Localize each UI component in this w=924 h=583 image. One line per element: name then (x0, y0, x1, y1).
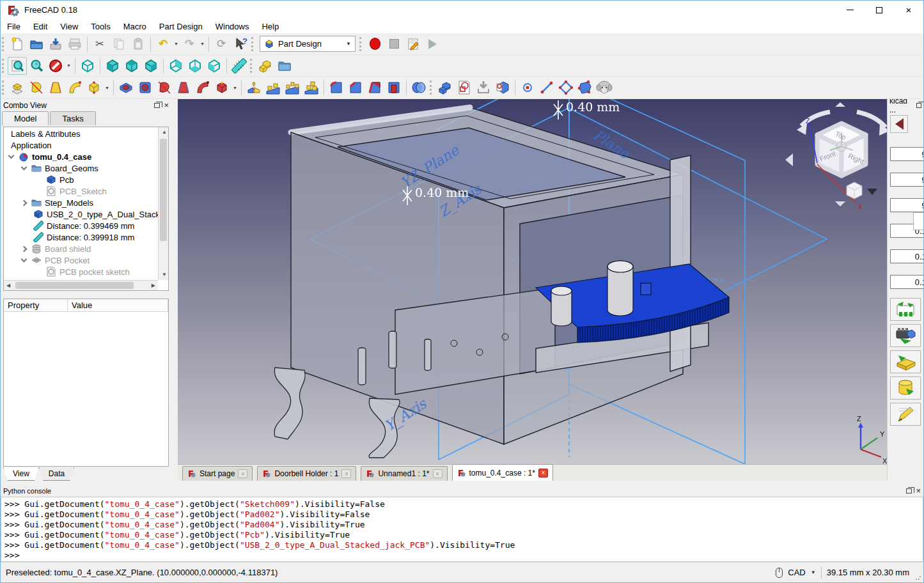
tree-horizontal-scrollbar[interactable]: ◀ ▶ (4, 280, 158, 290)
resize-grip[interactable] (915, 574, 921, 580)
float-panel-icon[interactable] (906, 488, 912, 494)
kicad-back-button[interactable] (890, 115, 908, 133)
rotation-z-field[interactable]: 90 (890, 198, 923, 212)
undo-button[interactable]: ↶ (153, 35, 173, 53)
expander-icon[interactable] (21, 256, 27, 263)
value-column-header[interactable]: Value (68, 299, 168, 311)
tree-item-distance-2[interactable]: Distance: 0.399918 mm (4, 231, 158, 243)
sketch-point-button[interactable] (518, 79, 537, 97)
menu-part-design[interactable]: Part Design (153, 19, 209, 33)
toolbar-grip[interactable] (359, 37, 363, 51)
fit-all-button[interactable] (8, 57, 27, 75)
menu-help[interactable]: Help (255, 19, 285, 33)
kicad-edit-button[interactable] (890, 403, 921, 426)
float-panel-icon[interactable] (916, 103, 921, 108)
measure-button[interactable] (230, 57, 249, 75)
map-sketch-button[interactable] (493, 79, 512, 97)
sheep-button[interactable] (595, 79, 614, 97)
menu-macro[interactable]: Macro (117, 19, 153, 33)
tree-item-distance-1[interactable]: Distance: 0.399469 mm (4, 220, 158, 231)
macro-run-button[interactable] (423, 35, 442, 53)
view-rear-button[interactable] (166, 57, 185, 75)
close-panel-icon[interactable]: × (164, 101, 169, 109)
expander-icon[interactable] (21, 199, 27, 206)
toolbar-grip[interactable] (251, 37, 254, 51)
macro-record-button[interactable] (365, 35, 384, 53)
right-frame[interactable] (670, 155, 691, 371)
nav-style-dropdown-icon[interactable]: ▼ (811, 570, 816, 575)
3d-viewport[interactable]: YZ_Plane Z_Axis Y_Axis Plane 0.40 mm 0.4… (178, 99, 888, 464)
toolbar-grip[interactable] (2, 81, 5, 95)
scroll-down-icon[interactable]: ▼ (162, 270, 167, 280)
tree-item-pcb-pocket[interactable]: PCB Pocket (4, 254, 158, 266)
multitransform-button[interactable] (302, 79, 321, 97)
scroll-right-icon[interactable]: ▶ (152, 281, 155, 291)
mdi-tab-start-page[interactable]: Start page × (182, 466, 253, 481)
revolution-button[interactable] (27, 79, 46, 97)
mdi-tab-unnamed1[interactable]: Unnamed1 : 1* × (361, 466, 447, 481)
new-file-button[interactable] (8, 35, 27, 53)
body-button[interactable] (435, 79, 455, 97)
create-body-button[interactable] (256, 57, 275, 75)
nav-mini-cube[interactable] (847, 182, 862, 199)
scroll-left-icon[interactable]: ◀ (6, 281, 10, 291)
refresh-button[interactable]: ⟳ (212, 35, 231, 53)
chamfer-button[interactable] (346, 79, 365, 97)
pocket-button[interactable] (116, 79, 136, 97)
maximize-button[interactable] (865, 1, 894, 19)
cut-button[interactable]: ✂ (90, 35, 109, 53)
close-panel-icon[interactable]: × (916, 486, 921, 495)
property-column-header[interactable]: Property (4, 299, 68, 311)
draw-style-button[interactable] (46, 57, 65, 75)
tree-item-pcb-sketch[interactable]: PCB_Sketch (4, 185, 158, 197)
tab-close-icon[interactable]: × (538, 469, 548, 478)
tree-root-application[interactable]: Application (4, 139, 158, 151)
offset-y-field[interactable]: 0.10 (890, 249, 923, 263)
additive-pipe-button[interactable] (65, 79, 84, 97)
sketch-line-button[interactable] (537, 79, 556, 97)
view-left-button[interactable] (205, 57, 224, 75)
workbench-selector[interactable]: Part Design ▼ (260, 36, 356, 52)
menu-view[interactable]: View (54, 19, 84, 33)
redo-button[interactable]: ↷ (180, 35, 199, 53)
rotation-y-field[interactable]: 90 (890, 173, 923, 187)
tree-item-pcb-pocket-sketch[interactable]: PCB pocket sketch (4, 266, 158, 277)
scroll-up-icon[interactable]: ▲ (162, 127, 167, 137)
kicad-export-box-button[interactable] (890, 350, 921, 373)
save-button[interactable] (46, 35, 65, 53)
tab-model[interactable]: Model (2, 111, 49, 125)
create-sketch-button[interactable] (455, 79, 474, 97)
tree-item-step-models[interactable]: Step_Models (4, 197, 158, 208)
tree-item-usb-jack[interactable]: USB_2_0_type_A_Dual_Stacked_jac (4, 208, 158, 220)
additive-loft-button[interactable] (46, 79, 65, 97)
menu-file[interactable]: File (1, 19, 27, 33)
expander-icon[interactable] (21, 164, 27, 171)
view-isometric-button[interactable] (78, 57, 97, 75)
toolbar-grip[interactable] (430, 81, 433, 95)
whats-this-button[interactable]: ? (231, 35, 250, 53)
kicad-library-button[interactable] (890, 377, 921, 400)
macro-edit-button[interactable] (403, 35, 423, 53)
view-top-button[interactable] (122, 57, 141, 75)
sketch-bspline-button[interactable] (576, 79, 595, 97)
rotation-x-field[interactable]: 90 (890, 147, 923, 161)
additive-primitive-dropdown[interactable]: ▼ (104, 79, 111, 97)
undo-dropdown[interactable]: ▼ (173, 35, 180, 53)
menu-edit[interactable]: Edit (27, 19, 54, 33)
menu-windows[interactable]: Windows (209, 19, 256, 33)
menu-tools[interactable]: Tools (84, 19, 116, 33)
kicad-blank-button[interactable] (913, 212, 923, 230)
nav-style-selector[interactable]: CAD (788, 568, 805, 577)
tab-data[interactable]: Data (39, 467, 74, 481)
scrollbar-thumb[interactable] (160, 139, 167, 241)
expander-icon[interactable] (21, 245, 27, 252)
tree-item-board-geoms[interactable]: Board_Geoms (4, 162, 158, 174)
sketch-polygon-button[interactable] (556, 79, 576, 97)
close-button[interactable]: × (894, 1, 923, 19)
mdi-tab-tomu-case[interactable]: tomu_0.4_case : 1* × (452, 464, 553, 481)
subtractive-primitive-dropdown[interactable]: ▼ (231, 79, 239, 97)
pad-button[interactable] (8, 79, 27, 97)
kicad-load-part-button[interactable] (890, 324, 921, 347)
toolbar-grip[interactable] (2, 59, 5, 73)
create-group-button[interactable] (275, 57, 294, 75)
